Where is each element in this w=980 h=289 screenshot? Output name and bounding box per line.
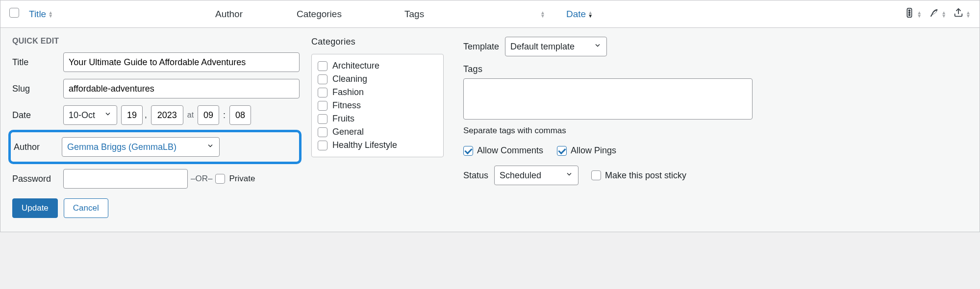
svg-point-3	[909, 14, 910, 16]
column-links[interactable]	[953, 7, 971, 21]
column-categories[interactable]: Categories	[297, 9, 404, 20]
select-all-checkbox[interactable]	[9, 8, 19, 18]
column-tags-label: Tags	[404, 9, 424, 20]
sticky-label: Make this post sticky	[605, 170, 686, 181]
author-row-highlight: Author Gemma Briggs (GemmaLB)	[8, 130, 302, 164]
category-item[interactable]: Fruits	[318, 112, 437, 125]
hour-input[interactable]	[198, 105, 219, 125]
chevron-down-icon	[594, 42, 602, 52]
quick-edit-heading: Quick Edit	[12, 37, 302, 46]
svg-point-2	[909, 12, 910, 14]
column-title-label: Title	[29, 9, 46, 20]
password-input[interactable]	[63, 169, 188, 189]
traffic-light-icon	[904, 7, 915, 21]
category-checkbox[interactable]	[318, 101, 327, 111]
chevron-down-icon	[565, 170, 573, 181]
category-checkbox[interactable]	[318, 61, 327, 71]
update-button[interactable]: Update	[12, 198, 58, 218]
category-label: General	[332, 127, 364, 137]
template-select[interactable]: Default template	[505, 37, 607, 56]
sticky-checkbox[interactable]	[591, 170, 601, 180]
day-input[interactable]	[121, 105, 143, 125]
column-seo[interactable]	[904, 7, 922, 21]
allow-comments-label: Allow Comments	[477, 145, 543, 156]
private-checkbox[interactable]	[215, 174, 225, 184]
sort-icon	[48, 11, 53, 18]
slug-label: Slug	[12, 84, 63, 94]
category-checkbox[interactable]	[318, 74, 327, 84]
category-label: Fitness	[332, 100, 361, 111]
tags-hint: Separate tags with commas	[463, 126, 968, 136]
sort-icon	[540, 11, 545, 18]
category-item[interactable]: Healthy Lifestyle	[318, 139, 437, 152]
sort-icon	[966, 11, 971, 18]
column-title[interactable]: Title	[29, 9, 215, 20]
sort-icon	[588, 11, 593, 18]
feather-icon	[929, 7, 939, 21]
category-label: Fruits	[332, 114, 354, 124]
svg-point-1	[909, 10, 910, 11]
tags-heading: Tags	[463, 64, 968, 74]
categories-heading: Categories	[311, 37, 453, 47]
allow-pings-checkbox[interactable]	[557, 146, 567, 156]
author-value: Gemma Briggs (GemmaLB)	[67, 142, 176, 152]
minute-input[interactable]	[229, 105, 251, 125]
categories-list[interactable]: Architecture Cleaning Fashion Fitness Fr…	[311, 54, 444, 157]
category-checkbox[interactable]	[318, 141, 327, 150]
date-label: Date	[12, 110, 63, 120]
column-date[interactable]: Date	[566, 9, 664, 20]
chevron-down-icon	[206, 142, 214, 152]
category-label: Healthy Lifestyle	[332, 140, 397, 150]
column-tags[interactable]: Tags	[404, 9, 517, 20]
category-label: Fashion	[332, 87, 364, 97]
template-label: Template	[463, 42, 499, 52]
sort-icon	[941, 11, 946, 18]
private-label: Private	[229, 174, 255, 184]
or-text: –OR–	[191, 174, 212, 184]
status-label: Status	[463, 170, 488, 181]
category-checkbox[interactable]	[318, 88, 327, 97]
month-select[interactable]: 10-Oct	[63, 105, 117, 125]
category-label: Architecture	[332, 61, 379, 71]
slug-input[interactable]	[63, 79, 300, 98]
category-label: Cleaning	[332, 74, 367, 84]
title-input[interactable]	[63, 52, 300, 72]
template-value: Default template	[510, 42, 575, 52]
status-select[interactable]: Scheduled	[494, 166, 578, 185]
column-comments[interactable]	[517, 9, 566, 20]
tags-input[interactable]	[463, 78, 753, 120]
status-value: Scheduled	[500, 170, 541, 181]
column-date-label: Date	[566, 9, 586, 20]
column-readability[interactable]	[929, 7, 946, 21]
column-categories-label: Categories	[297, 9, 342, 20]
author-label: Author	[14, 142, 62, 152]
quick-edit-panel: Quick Edit Title Slug Date 10-Oct ,	[0, 28, 980, 232]
month-value: 10-Oct	[69, 110, 95, 120]
category-item[interactable]: General	[318, 125, 437, 139]
cancel-button[interactable]: Cancel	[64, 198, 108, 218]
title-label: Title	[12, 57, 63, 68]
posts-table-header: Title Author Categories Tags Date	[0, 0, 980, 28]
category-item[interactable]: Fitness	[318, 99, 437, 112]
comma-text: ,	[145, 110, 147, 120]
author-select[interactable]: Gemma Briggs (GemmaLB)	[62, 137, 220, 157]
at-text: at	[187, 111, 194, 120]
chevron-down-icon	[104, 110, 112, 120]
allow-pings-label: Allow Pings	[571, 145, 616, 156]
category-checkbox[interactable]	[318, 127, 327, 137]
sort-icon	[917, 11, 922, 18]
category-item[interactable]: Architecture	[318, 59, 437, 72]
category-item[interactable]: Cleaning	[318, 72, 437, 86]
outgoing-link-icon	[953, 7, 964, 21]
allow-comments-checkbox[interactable]	[463, 146, 473, 156]
category-checkbox[interactable]	[318, 114, 327, 124]
password-label: Password	[12, 174, 63, 184]
column-author[interactable]: Author	[215, 9, 297, 20]
year-input[interactable]	[151, 105, 183, 125]
category-item[interactable]: Fashion	[318, 86, 437, 99]
column-author-label: Author	[215, 9, 243, 20]
colon-text: :	[223, 110, 226, 120]
